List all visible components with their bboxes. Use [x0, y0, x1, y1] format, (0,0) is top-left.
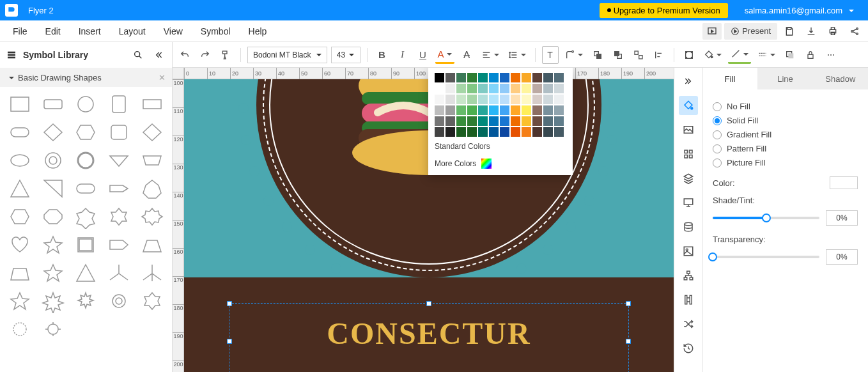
redo-button[interactable] [197, 46, 213, 64]
shape-item[interactable] [5, 289, 35, 313]
menu-view[interactable]: View [155, 26, 192, 36]
tab-fill[interactable]: Fill [702, 68, 757, 89]
color-swatch[interactable] [446, 105, 455, 115]
ruler-tool-icon[interactable] [679, 290, 698, 309]
user-menu[interactable]: salma.amin16@gmail.com [736, 6, 863, 15]
color-swatch[interactable] [554, 84, 564, 93]
shape-item[interactable] [5, 233, 35, 257]
shape-item[interactable] [104, 233, 134, 257]
color-swatch[interactable] [478, 116, 488, 126]
color-swatch[interactable] [456, 127, 466, 137]
color-swatch[interactable] [500, 95, 509, 104]
color-swatch[interactable] [456, 84, 466, 93]
shape-item[interactable] [5, 120, 35, 144]
shape-item[interactable] [137, 92, 167, 116]
color-swatch[interactable] [435, 84, 444, 93]
color-swatch[interactable] [543, 105, 553, 115]
undo-button[interactable] [176, 46, 193, 64]
align-text-button[interactable] [479, 46, 502, 64]
shape-item[interactable] [104, 205, 134, 229]
color-swatch[interactable] [489, 127, 499, 137]
shape-item[interactable] [137, 233, 167, 257]
underline-button[interactable]: U [415, 46, 431, 64]
shape-item[interactable] [5, 176, 35, 201]
collapse-sidebar-icon[interactable] [151, 48, 166, 62]
color-swatch[interactable] [532, 73, 542, 82]
color-swatch[interactable] [446, 95, 455, 104]
picture-tool-icon[interactable] [679, 242, 698, 261]
shape-item[interactable] [104, 261, 134, 285]
close-section-icon[interactable]: ✕ [159, 73, 166, 82]
color-swatch[interactable] [500, 116, 509, 126]
fill-option[interactable]: Picture Fill [713, 158, 858, 167]
shape-item[interactable] [5, 261, 35, 285]
color-swatch[interactable] [467, 105, 477, 115]
shuffle-tool-icon[interactable] [679, 314, 698, 334]
color-swatch[interactable] [522, 116, 531, 126]
text-box-button[interactable]: T [542, 46, 559, 64]
color-swatch[interactable] [500, 84, 509, 93]
shade-slider[interactable] [713, 217, 819, 219]
shape-item[interactable] [104, 176, 134, 201]
color-swatch[interactable] [511, 116, 520, 126]
transparency-slider[interactable] [713, 256, 819, 258]
strikethrough-button[interactable]: A̶ [458, 46, 475, 64]
color-swatch[interactable] [489, 95, 499, 104]
color-swatch[interactable] [435, 95, 444, 104]
shape-item[interactable] [72, 261, 101, 285]
shape-item[interactable] [72, 92, 101, 116]
shapes-section-header[interactable]: Basic Drawing Shapes ✕ [0, 68, 172, 87]
color-swatch[interactable] [456, 105, 466, 115]
shape-item[interactable] [137, 289, 167, 313]
shape-item[interactable] [104, 92, 134, 116]
shape-item[interactable] [72, 289, 101, 313]
menu-edit[interactable]: Edit [36, 26, 70, 36]
download-button[interactable] [802, 23, 821, 40]
color-swatch[interactable] [478, 105, 488, 115]
canvas[interactable]: 0102030405060708090100110120130140150160… [173, 68, 674, 372]
bring-forward-button[interactable] [589, 46, 606, 64]
color-swatch[interactable] [489, 84, 499, 93]
color-swatch[interactable] [532, 127, 542, 137]
color-swatch[interactable] [543, 127, 553, 137]
color-swatch[interactable] [543, 73, 553, 82]
crop-button[interactable] [681, 46, 697, 64]
color-swatch[interactable] [511, 127, 520, 137]
line-spacing-button[interactable] [506, 46, 529, 64]
shape-item[interactable] [72, 233, 101, 257]
app-logo[interactable] [5, 4, 18, 17]
color-swatch[interactable] [467, 95, 477, 104]
send-backward-button[interactable] [610, 46, 626, 64]
color-swatch[interactable] [511, 84, 520, 93]
fill-tool-icon[interactable] [679, 96, 698, 115]
shape-item[interactable] [38, 148, 68, 173]
lock-button[interactable] [802, 46, 819, 64]
shape-item[interactable] [38, 120, 68, 144]
tab-line[interactable]: Line [757, 68, 812, 89]
present-button[interactable]: Present [724, 23, 777, 40]
color-chip[interactable] [830, 176, 858, 189]
grid-tool-icon[interactable] [679, 144, 698, 164]
expand-panel-icon[interactable] [679, 72, 698, 91]
shape-connector-button[interactable] [562, 46, 585, 64]
font-family-select[interactable]: Bodoni MT Black [247, 47, 327, 63]
menu-file[interactable]: File [4, 26, 36, 36]
slideshow-button[interactable] [702, 23, 722, 40]
fill-option[interactable]: Pattern Fill [713, 144, 858, 153]
shape-item[interactable] [137, 176, 167, 201]
color-swatch[interactable] [543, 116, 553, 126]
shape-item[interactable] [38, 176, 68, 201]
color-swatch[interactable] [511, 73, 520, 82]
presentation-tool-icon[interactable] [679, 193, 698, 212]
shape-item[interactable] [72, 176, 101, 201]
color-swatch[interactable] [500, 105, 509, 115]
color-swatch[interactable] [532, 95, 542, 104]
shape-item[interactable] [137, 205, 167, 229]
color-swatch[interactable] [532, 84, 542, 93]
fill-option[interactable]: Solid Fill [713, 116, 858, 125]
shape-item[interactable] [104, 120, 134, 144]
color-swatch[interactable] [554, 73, 564, 82]
tab-shadow[interactable]: Shadow [813, 68, 868, 89]
shape-item[interactable] [38, 289, 68, 313]
shape-item[interactable] [137, 261, 167, 285]
